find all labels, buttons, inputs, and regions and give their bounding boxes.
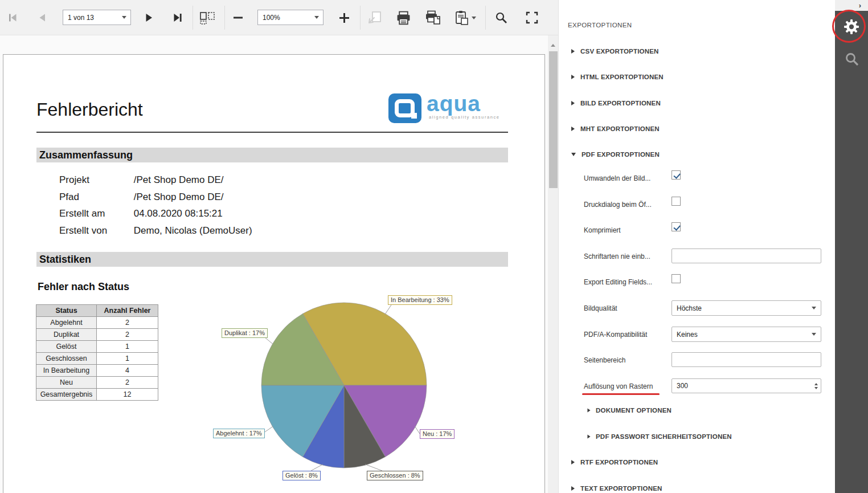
checkbox-umwandeln-der-bild[interactable] bbox=[672, 170, 681, 180]
expander-right-icon bbox=[571, 75, 575, 79]
page-selector-value: 1 von 13 bbox=[68, 14, 94, 22]
status-table: StatusAnzahl Fehler Abgelehnt2Duplikat2G… bbox=[36, 304, 158, 401]
scroll-up-button[interactable] bbox=[548, 40, 558, 50]
zoom-in-button[interactable] bbox=[334, 7, 354, 28]
zoom-combobox[interactable]: 100% bbox=[257, 10, 324, 25]
first-page-button[interactable] bbox=[2, 7, 23, 28]
field-value: /Pet Shop Demo DE/ bbox=[134, 192, 224, 202]
editing-tool-button-disabled[interactable] bbox=[365, 7, 385, 28]
export-dropdown-icon[interactable] bbox=[472, 17, 476, 19]
status-cell: Geschlossen bbox=[36, 353, 97, 365]
input-seitenbereich[interactable] bbox=[672, 352, 821, 367]
expander-right-icon bbox=[571, 486, 575, 491]
chevron-down-icon bbox=[812, 333, 816, 336]
gear-icon bbox=[843, 18, 860, 35]
print-button[interactable] bbox=[393, 7, 413, 28]
fullscreen-button[interactable] bbox=[522, 7, 542, 28]
checkbox-druckdialog[interactable] bbox=[672, 197, 681, 206]
select-bildqualitaet[interactable]: Höchste bbox=[672, 300, 821, 316]
expander-down-icon bbox=[571, 153, 576, 156]
input-schriftarten-nie-einbetten[interactable] bbox=[672, 248, 821, 263]
section-label: HTML EXPORTOPTIONEN bbox=[580, 74, 664, 80]
summary-field-erstellt-am: Erstellt am 04.08.2020 08:15:21 bbox=[59, 208, 223, 219]
last-page-button[interactable] bbox=[167, 7, 188, 28]
print-icon bbox=[396, 11, 411, 25]
section-label: MHT EXPORTOPTIONEN bbox=[580, 125, 660, 132]
field-label: Erstellt am bbox=[59, 208, 131, 219]
count-cell: 1 bbox=[97, 341, 158, 353]
option-label-export-editing-fields: Export Editing Fields... bbox=[584, 278, 652, 286]
scrollbar-thumb[interactable] bbox=[549, 51, 558, 188]
first-page-icon bbox=[7, 13, 18, 23]
select-pdfa-kompatibilitaet[interactable]: Keines bbox=[672, 327, 821, 342]
table-row: Gesamtergebnis12 bbox=[36, 389, 158, 401]
search-icon bbox=[494, 11, 508, 25]
select-value: Keines bbox=[677, 331, 698, 339]
vertical-scrollbar[interactable] bbox=[548, 35, 558, 493]
status-cell: Gesamtergebnis bbox=[36, 389, 97, 401]
panel-collapse-area: › bbox=[835, 0, 868, 11]
zoom-value: 100% bbox=[263, 14, 280, 22]
count-cell: 4 bbox=[97, 365, 158, 377]
title-divider bbox=[36, 132, 508, 133]
pie-callout-line bbox=[365, 465, 382, 471]
spin-down-icon[interactable] bbox=[814, 387, 818, 389]
section-header-statistics: Statistiken bbox=[36, 252, 508, 267]
input-aufloesung-von-rastern[interactable]: 300 bbox=[672, 378, 821, 393]
next-page-icon bbox=[143, 13, 154, 23]
section-label: PDF EXPORTOPTIONEN bbox=[582, 151, 660, 158]
checkbox-export-editing-fields[interactable] bbox=[672, 274, 681, 283]
expander-right-icon bbox=[571, 49, 575, 54]
export-options-panel: EXPORTOPTIONEN CSV EXPORTOPTIONEN HTML E… bbox=[558, 0, 835, 493]
section-label: TEXT EXPORTOPTIONEN bbox=[580, 485, 662, 492]
section-csv-exportoptions[interactable]: CSV EXPORTOPTIONEN bbox=[571, 48, 659, 55]
pie-label-abgelehnt: Abgelehnt : 17% bbox=[213, 429, 265, 438]
table-row: Neu2 bbox=[36, 377, 158, 389]
page-selector-combobox[interactable]: 1 von 13 bbox=[63, 10, 131, 25]
search-button[interactable] bbox=[491, 7, 511, 28]
status-cell: Abgelehnt bbox=[36, 317, 97, 329]
document-viewport: Fehlerbericht aqua aligned quality assur… bbox=[0, 35, 548, 493]
field-value: Demo, Nicolas (DemoUser) bbox=[134, 225, 252, 236]
report-viewer-window: 1 von 13 bbox=[0, 0, 868, 493]
print-with-settings-button[interactable] bbox=[423, 7, 443, 28]
previous-page-button[interactable] bbox=[32, 7, 52, 28]
export-options-tab-button[interactable] bbox=[840, 15, 863, 38]
section-bild-exportoptions[interactable]: BILD EXPORTOPTIONEN bbox=[571, 100, 661, 107]
side-tab-bar bbox=[835, 11, 868, 493]
next-page-button[interactable] bbox=[138, 7, 159, 28]
multipage-view-button[interactable] bbox=[197, 7, 218, 28]
section-html-exportoptions[interactable]: HTML EXPORTOPTIONEN bbox=[571, 74, 664, 80]
aqua-logo: aqua aligned quality assurance bbox=[388, 92, 494, 116]
side-tab-strip: › bbox=[835, 0, 868, 493]
expander-right-icon bbox=[571, 460, 575, 465]
section-dokument-optionen[interactable]: DOKUMENT OPTIONEN bbox=[587, 407, 672, 414]
section-rtf-exportoptions[interactable]: RTF EXPORTOPTIONEN bbox=[571, 459, 658, 466]
export-button[interactable] bbox=[450, 7, 480, 28]
section-text-exportoptions[interactable]: TEXT EXPORTOPTIONEN bbox=[571, 485, 662, 492]
select-value: Höchste bbox=[677, 304, 702, 312]
table-row: In Bearbeitung4 bbox=[36, 365, 158, 377]
section-mht-exportoptions[interactable]: MHT EXPORTOPTIONEN bbox=[571, 125, 660, 132]
number-spinner[interactable] bbox=[814, 383, 818, 389]
pie-callout-line bbox=[385, 305, 391, 315]
toolbar-separator bbox=[360, 6, 361, 30]
section-pdf-passwort-sicherheitsoptionen[interactable]: PDF PASSWORT SICHERHEITSOPTIONEN bbox=[587, 433, 732, 440]
option-label-bildqualitaet: Bildqualität bbox=[584, 304, 617, 312]
checkbox-komprimiert[interactable] bbox=[672, 222, 681, 231]
aqua-logo-mark bbox=[388, 93, 421, 123]
option-label-umwandeln-der-bild: Umwandeln der Bild... bbox=[584, 174, 650, 182]
count-cell: 1 bbox=[97, 353, 158, 365]
field-label: Projekt bbox=[59, 174, 131, 186]
previous-page-icon bbox=[36, 13, 48, 23]
collapse-panel-chevron[interactable]: › bbox=[859, 2, 861, 9]
spin-up-icon[interactable] bbox=[814, 383, 818, 385]
search-tab-button[interactable] bbox=[840, 47, 863, 70]
column-header: Status bbox=[36, 305, 97, 317]
table-row: Abgelehnt2 bbox=[36, 317, 158, 329]
zoom-out-button[interactable] bbox=[228, 7, 248, 28]
pie-label-duplikat: Duplikat : 17% bbox=[222, 328, 268, 338]
option-label-aufloesung-von-rastern: Auflösung von Rastern bbox=[584, 382, 653, 390]
section-pdf-exportoptions[interactable]: PDF EXPORTOPTIONEN bbox=[571, 151, 660, 158]
report-page: Fehlerbericht aqua aligned quality assur… bbox=[3, 54, 545, 493]
